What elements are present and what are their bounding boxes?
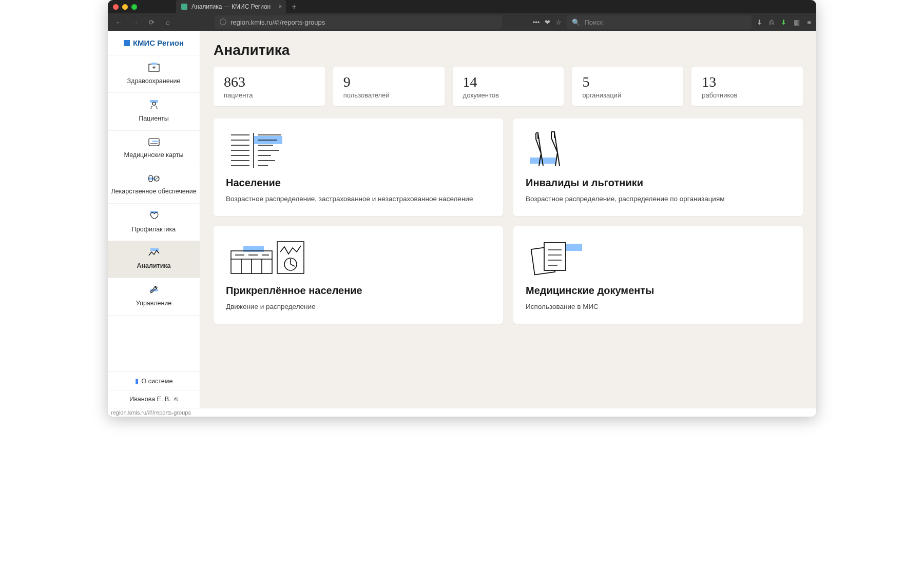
- stat-users[interactable]: 9 пользователей: [333, 67, 445, 106]
- svg-rect-48: [544, 243, 566, 270]
- sidebar-item-patients[interactable]: Пациенты: [108, 93, 200, 130]
- window-minimize[interactable]: [122, 4, 128, 10]
- nav-forward-icon[interactable]: →: [129, 18, 141, 26]
- sidebar: КМИС Регион Здравоохранение Пациенты: [108, 31, 200, 408]
- tab-title: Аналитика — КМИС Регион: [191, 3, 271, 10]
- sidebar-item-analytics[interactable]: Аналитика: [108, 241, 200, 278]
- pills-icon: [148, 174, 160, 185]
- title-bar: Аналитика — КМИС Регион × ＋: [108, 0, 816, 13]
- site-info-icon[interactable]: ⓘ: [220, 17, 226, 27]
- sidebar-item-drugs[interactable]: Лекарственное обеспечение: [108, 167, 200, 204]
- stat-label: документов: [463, 91, 554, 99]
- analytics-icon: [148, 248, 160, 259]
- extensions-icon[interactable]: ⬇: [781, 18, 786, 26]
- sidebar-footer: ▮ О системе Иванова Е. В. ⎋: [108, 371, 200, 408]
- about-label: О системе: [142, 378, 173, 385]
- bookmark-icon[interactable]: ☆: [555, 18, 562, 26]
- card-title: Население: [226, 177, 491, 189]
- page-title: Аналитика: [214, 42, 803, 58]
- menu-icon[interactable]: ≡: [807, 18, 811, 26]
- sidebar-item-management[interactable]: Управление: [108, 278, 200, 316]
- patients-icon: [148, 100, 160, 112]
- card-title: Инвалиды и льготники: [526, 177, 791, 189]
- status-text: region.kmis.ru/#!/reports-groups: [111, 409, 191, 416]
- user-menu[interactable]: Иванова Е. В. ⎋: [108, 390, 200, 408]
- stats-row: 863 пациента 9 пользователей 14 документ…: [214, 67, 803, 106]
- stat-documents[interactable]: 14 документов: [453, 67, 564, 106]
- main-content: Аналитика 863 пациента 9 пользователей 1…: [200, 31, 816, 408]
- stat-value: 9: [343, 74, 434, 90]
- window-close[interactable]: [113, 4, 119, 10]
- url-bar: ← → ⟳ ⌂ ⓘ region.kmis.ru/#!/reports-grou…: [108, 13, 816, 31]
- stat-workers[interactable]: 13 работников: [691, 67, 803, 106]
- pocket-icon[interactable]: ❤: [545, 18, 550, 26]
- report-cards: Население Возрастное распределение, заст…: [214, 119, 803, 324]
- sidebar-item-medcards[interactable]: Медицинские карты: [108, 131, 200, 167]
- card-population[interactable]: Население Возрастное распределение, заст…: [214, 119, 503, 216]
- sidebar-item-label: Аналитика: [137, 262, 170, 270]
- browser-tab[interactable]: Аналитика — КМИС Регион ×: [176, 0, 286, 13]
- heart-clock-icon: [148, 211, 160, 223]
- wrench-icon: [149, 285, 159, 297]
- brand[interactable]: КМИС Регион: [108, 31, 200, 55]
- nav-back-icon[interactable]: ←: [113, 18, 124, 26]
- window-maximize[interactable]: [131, 4, 137, 10]
- sidebar-item-label: Профилактика: [132, 226, 176, 234]
- card-subtitle: Возрастное распределение, застрахованное…: [226, 195, 491, 203]
- svg-line-45: [291, 264, 295, 266]
- stat-label: пациента: [224, 91, 315, 99]
- browser-search-field[interactable]: 🔍 Поиск: [567, 15, 752, 29]
- url-text: region.kmis.ru/#!/reports-groups: [230, 18, 325, 26]
- more-icon[interactable]: •••: [533, 18, 540, 26]
- browser-window: Аналитика — КМИС Регион × ＋ ← → ⟳ ⌂ ⓘ re…: [108, 0, 816, 417]
- svg-rect-7: [152, 141, 158, 142]
- stat-value: 13: [702, 74, 793, 90]
- card-subtitle: Движение и распределение: [226, 303, 491, 310]
- downloads-icon[interactable]: ⬇: [757, 18, 762, 26]
- search-placeholder: Поиск: [584, 18, 603, 26]
- brand-logo-icon: [124, 40, 130, 46]
- hospital-icon: [148, 63, 160, 74]
- card-attached-population[interactable]: Прикреплённое население Движение и распр…: [214, 226, 503, 324]
- stat-orgs[interactable]: 5 организаций: [572, 67, 683, 106]
- population-illustration-icon: [226, 129, 491, 170]
- about-link[interactable]: ▮ О системе: [108, 372, 200, 390]
- user-name: Иванова Е. В.: [129, 396, 170, 403]
- card-disabled[interactable]: Инвалиды и льготники Возрастное распреде…: [513, 119, 803, 216]
- browser-status-bar: region.kmis.ru/#!/reports-groups: [108, 408, 816, 417]
- logout-icon: ⎋: [174, 396, 178, 403]
- sidebar-item-label: Пациенты: [139, 115, 169, 123]
- new-tab-button[interactable]: ＋: [290, 2, 298, 12]
- card-title: Прикреплённое население: [226, 285, 491, 297]
- stat-value: 5: [582, 74, 673, 90]
- card-subtitle: Использование в МИС: [526, 303, 791, 310]
- svg-rect-1: [151, 63, 157, 65]
- sidebar-item-label: Управление: [136, 300, 172, 308]
- sidebar-item-healthcare[interactable]: Здравоохранение: [108, 55, 200, 93]
- svg-rect-14: [150, 248, 159, 251]
- stat-patients[interactable]: 863 пациента: [214, 67, 325, 106]
- sidebar-icon[interactable]: ▥: [794, 18, 800, 26]
- crutches-illustration-icon: [526, 129, 791, 170]
- sidebar-item-prevention[interactable]: Профилактика: [108, 204, 200, 241]
- card-subtitle: Возрастное распределение, распределение …: [526, 195, 791, 203]
- sidebar-item-label: Лекарственное обеспечение: [111, 188, 196, 196]
- app-root: КМИС Регион Здравоохранение Пациенты: [108, 31, 816, 408]
- nav-home-icon[interactable]: ⌂: [162, 18, 174, 26]
- info-icon: ▮: [135, 377, 139, 385]
- documents-illustration-icon: [526, 237, 791, 278]
- window-controls: [113, 4, 137, 10]
- tab-close-icon[interactable]: ×: [278, 3, 282, 10]
- library-icon[interactable]: ⎙: [769, 18, 774, 26]
- search-icon: 🔍: [572, 18, 580, 26]
- sidebar-item-label: Здравоохранение: [127, 77, 181, 86]
- card-title: Медицинские документы: [526, 285, 791, 297]
- sidebar-item-label: Медицинские карты: [124, 151, 184, 160]
- svg-line-12: [155, 177, 159, 180]
- stat-label: работников: [702, 91, 793, 99]
- stat-value: 863: [224, 74, 315, 90]
- url-field[interactable]: ⓘ region.kmis.ru/#!/reports-groups: [215, 15, 502, 29]
- nav-reload-icon[interactable]: ⟳: [146, 18, 157, 26]
- card-med-documents[interactable]: Медицинские документы Использование в МИ…: [513, 226, 803, 324]
- building-chart-illustration-icon: [226, 237, 491, 278]
